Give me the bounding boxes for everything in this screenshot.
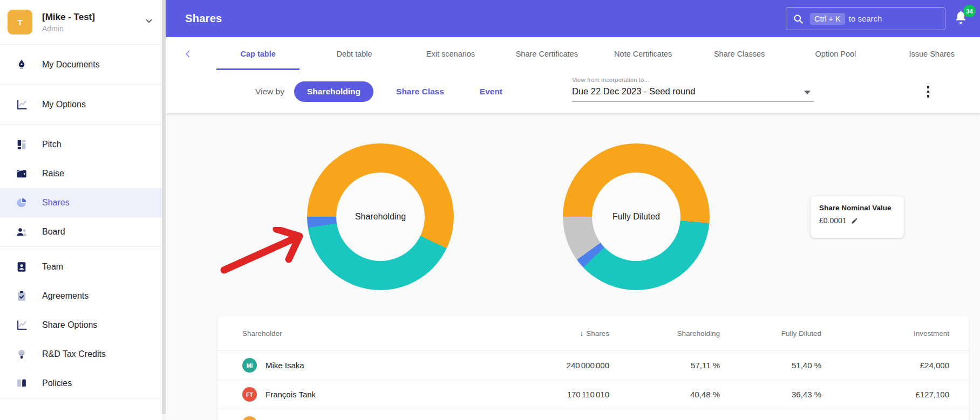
table-row[interactable] xyxy=(217,409,969,420)
sidebar-item-shares[interactable]: Shares xyxy=(0,188,166,217)
column-header-label: Shares xyxy=(586,329,609,338)
column-header-label: Shareholding xyxy=(677,329,720,338)
sidebar-item-my-options[interactable]: My Options xyxy=(0,85,166,124)
column-header-shares[interactable]: ↓Shares xyxy=(505,329,629,338)
period-select-label: View from incorporation to... xyxy=(572,77,814,83)
investment-value: £24,000 xyxy=(841,361,969,370)
column-header-label: Shareholder xyxy=(242,329,282,338)
sidebar-item-policies[interactable]: Policies xyxy=(0,369,166,398)
line-chart-icon xyxy=(15,319,28,332)
table-row[interactable]: MIMike Isaka240 000 00057,11 %51,40 %£24… xyxy=(217,350,969,380)
sidebar-item-share-options[interactable]: Share Options xyxy=(0,311,166,340)
tab-exit-scenarios[interactable]: Exit scenarios xyxy=(403,37,499,70)
table-body: MIMike Isaka240 000 00057,11 %51,40 %£24… xyxy=(217,350,969,420)
search-placeholder: to search xyxy=(849,14,882,23)
line-chart-icon xyxy=(15,98,28,111)
view-mode-group: ShareholdingShare ClassEvent xyxy=(284,81,515,102)
tab-cap-table[interactable]: Cap table xyxy=(210,37,306,70)
sidebar-item-label: My Options xyxy=(42,100,86,109)
table-row[interactable]: FTFrançois Tank170 110 01040,48 %36,43 %… xyxy=(217,380,969,409)
share-nominal-value-card: Share Nominal Value £0.0001 xyxy=(811,196,904,238)
topbar: Shares Ctrl + K to search 34 xyxy=(166,0,980,37)
view-mode-event[interactable]: Event xyxy=(467,81,515,102)
view-by-label: View by xyxy=(255,87,284,97)
shares-value: 240 000 000 xyxy=(505,361,629,370)
clipboard-check-icon xyxy=(15,290,28,302)
avatar xyxy=(242,416,257,420)
workspace-name: [Mike - Test] xyxy=(42,12,144,23)
column-header-fully-diluted[interactable]: Fully Diluted xyxy=(739,329,841,338)
wallet-icon xyxy=(15,167,28,180)
divider xyxy=(0,398,166,398)
shareholding-donut-chart[interactable]: Shareholding xyxy=(307,143,454,290)
tab-bar: Cap tableDebt tableExit scenariosShare C… xyxy=(166,37,980,70)
tab-option-pool[interactable]: Option Pool xyxy=(787,37,883,70)
notification-badge: 34 xyxy=(963,5,976,17)
tabs: Cap tableDebt tableExit scenariosShare C… xyxy=(210,37,980,70)
sidebar-item-pitch[interactable]: Pitch xyxy=(0,130,166,159)
search-input[interactable]: Ctrl + K to search xyxy=(786,7,945,30)
workspace-role: Admin xyxy=(42,24,144,33)
avatar: FT xyxy=(242,387,257,402)
column-header-label: Investment xyxy=(914,329,949,338)
chevron-down-icon[interactable] xyxy=(144,16,154,28)
shareholding-value: 57,11 % xyxy=(629,361,739,370)
kebab-menu-button[interactable] xyxy=(918,82,938,101)
search-shortcut-pill: Ctrl + K xyxy=(810,13,845,25)
tab-share-classes[interactable]: Share Classes xyxy=(691,37,787,70)
view-mode-shareholding[interactable]: Shareholding xyxy=(294,81,373,102)
sidebar-item-label: Team xyxy=(42,262,63,272)
view-mode-share-class[interactable]: Share Class xyxy=(383,81,457,102)
search-icon xyxy=(793,13,804,24)
cap-table-toolbar: View by ShareholdingShare ClassEvent Vie… xyxy=(166,70,980,114)
period-select[interactable]: View from incorporation to... Due 22 Dec… xyxy=(572,77,814,102)
people-icon xyxy=(15,225,28,238)
sidebar-item-label: Policies xyxy=(42,378,72,388)
donut-center: Shareholding xyxy=(336,173,425,261)
pencil-icon[interactable] xyxy=(851,217,858,224)
open-book-icon xyxy=(15,377,28,390)
sidebar-item-board[interactable]: Board xyxy=(0,217,166,246)
sidebar-item-r-d-tax-credits[interactable]: R&D Tax Credits xyxy=(0,340,166,369)
sidebar-item-team[interactable]: Team xyxy=(0,252,166,281)
table-header-row: Shareholder↓SharesShareholdingFully Dilu… xyxy=(217,316,969,350)
tab-issue-shares[interactable]: Issue Shares xyxy=(884,37,980,70)
sidebar-item-label: Pitch xyxy=(42,140,62,149)
tab-debt-table[interactable]: Debt table xyxy=(306,37,402,70)
sidebar-item-label: My Documents xyxy=(42,60,100,70)
column-header-shareholding[interactable]: Shareholding xyxy=(629,329,739,338)
column-header-investment[interactable]: Investment xyxy=(841,329,969,338)
tabs-scroll-left-button[interactable] xyxy=(166,37,210,70)
sidebar-item-raise[interactable]: Raise xyxy=(0,159,166,188)
nominal-card-title: Share Nominal Value xyxy=(819,204,895,212)
sidebar: T [Mike - Test] Admin My DocumentsMy Opt… xyxy=(0,0,166,420)
notifications-button[interactable]: 34 xyxy=(953,9,971,28)
sidebar-item-label: Raise xyxy=(42,169,64,178)
investment-value: £127,100 xyxy=(841,390,969,399)
dropdown-caret-icon xyxy=(804,91,811,94)
column-header-label: Fully Diluted xyxy=(781,329,821,338)
sidebar-item-my-documents[interactable]: My Documents xyxy=(0,45,166,84)
sidebar-nav: My DocumentsMy OptionsPitchRaiseSharesBo… xyxy=(0,45,166,398)
content-area: Shareholding Fully Diluted Share Nominal… xyxy=(166,114,980,420)
donut-center-label: Shareholding xyxy=(355,212,406,222)
shareholding-value: 40,48 % xyxy=(629,390,739,399)
period-select-value: Due 22 Dec 2023 - Seed round xyxy=(572,86,814,102)
column-header-shareholder[interactable]: Shareholder xyxy=(217,329,505,338)
sidebar-item-agreements[interactable]: Agreements xyxy=(0,281,166,311)
avatar: MI xyxy=(242,358,257,373)
red-arrow-annotation xyxy=(217,227,309,284)
tab-share-certificates[interactable]: Share Certificates xyxy=(499,37,595,70)
pitch-board-icon xyxy=(15,138,28,151)
fully-diluted-value: 36,43 % xyxy=(739,390,841,399)
fully-diluted-donut-chart[interactable]: Fully Diluted xyxy=(563,143,710,290)
sidebar-scrollbar-thumb[interactable] xyxy=(162,0,166,414)
sidebar-item-label: Shares xyxy=(42,198,70,208)
sidebar-item-label: Board xyxy=(42,227,65,237)
sidebar-scrollbar[interactable] xyxy=(162,0,166,420)
sort-desc-arrow-icon: ↓ xyxy=(580,329,583,338)
main-area: Shares Ctrl + K to search 34 Cap tableDe… xyxy=(166,0,980,420)
tab-note-certificates[interactable]: Note Certificates xyxy=(595,37,691,70)
donut-center: Fully Diluted xyxy=(592,173,680,261)
workspace-selector[interactable]: T [Mike - Test] Admin xyxy=(0,0,166,44)
